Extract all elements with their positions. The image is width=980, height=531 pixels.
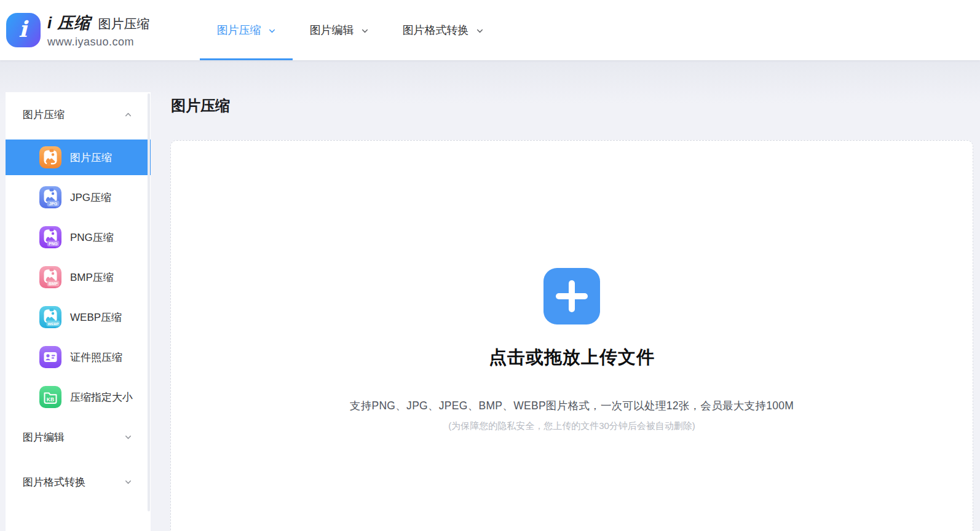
- icon-badge-text: KB: [47, 396, 54, 403]
- sidebar-section-image-compress[interactable]: 图片压缩: [6, 97, 151, 132]
- upload-hint: 支持PNG、JPG、JPEG、BMP、WEBP图片格式，一次可以处理12张，会员…: [350, 398, 794, 413]
- image-compress-icon: [39, 146, 61, 168]
- nav-item-label: 图片格式转换: [402, 23, 468, 37]
- upload-title: 点击或拖放上传文件: [489, 345, 655, 370]
- top-nav: 图片压缩 图片编辑 图片格式转换: [200, 0, 500, 60]
- page-title: 图片压缩: [171, 96, 230, 116]
- nav-item-label: 图片编辑: [309, 23, 354, 37]
- sidebar-item-label: 压缩指定大小: [70, 390, 133, 404]
- brand-text: i 压缩 图片压缩 www.iyasuo.com: [47, 12, 149, 49]
- sidebar-section-label: 图片格式转换: [23, 475, 85, 489]
- png-compress-icon: PNG: [39, 226, 61, 248]
- sidebar-item-id-photo-compress[interactable]: 证件照压缩: [6, 339, 151, 375]
- nav-item-format-convert[interactable]: 图片格式转换: [385, 0, 500, 60]
- nav-item-image-edit[interactable]: 图片编辑: [293, 0, 385, 60]
- sidebar-item-png-compress[interactable]: PNG PNG压缩: [6, 219, 151, 255]
- icon-badge-text: JPG: [49, 202, 58, 206]
- chevron-down-icon: [268, 27, 276, 35]
- brand-domain: www.iyasuo.com: [47, 36, 149, 49]
- sidebar-item-jpg-compress[interactable]: JPG JPG压缩: [6, 179, 151, 215]
- nav-item-label: 图片压缩: [216, 23, 261, 37]
- jpg-compress-icon: JPG: [39, 186, 61, 208]
- sidebar-scrollbar[interactable]: [148, 93, 150, 511]
- sidebar-item-compress-to-size[interactable]: KB 压缩指定大小: [6, 379, 151, 415]
- id-photo-icon: [39, 346, 61, 368]
- upload-plus-button[interactable]: [543, 268, 600, 324]
- chevron-down-icon: [124, 433, 132, 441]
- icon-badge-text: WEBP: [48, 322, 59, 326]
- chevron-down-icon: [361, 27, 369, 35]
- webp-compress-icon: WEBP: [39, 306, 61, 328]
- sidebar-item-label: PNG压缩: [70, 230, 114, 245]
- brand-logo-letter: i: [18, 18, 27, 40]
- chevron-up-icon: [124, 111, 132, 119]
- sidebar-item-webp-compress[interactable]: WEBP WEBP压缩: [6, 299, 151, 335]
- sidebar-item-label: 证件照压缩: [70, 350, 122, 364]
- sidebar-item-bmp-compress[interactable]: BMP BMP压缩: [6, 259, 151, 295]
- icon-badge-text: PNG: [49, 242, 58, 246]
- upload-dropzone[interactable]: 点击或拖放上传文件 支持PNG、JPG、JPEG、BMP、WEBP图片格式，一次…: [170, 140, 973, 531]
- sidebar-item-label: BMP压缩: [70, 270, 114, 285]
- sidebar-item-label: 图片压缩: [70, 151, 112, 165]
- sidebar-section-label: 图片编辑: [23, 430, 65, 444]
- chevron-down-icon: [124, 478, 132, 486]
- brand-suffix: 图片压缩: [98, 15, 149, 33]
- upload-privacy-note: (为保障您的隐私安全，您上传的文件30分钟后会被自动删除): [448, 420, 695, 432]
- header: i i 压缩 图片压缩 www.iyasuo.com 图片压缩 图片编辑 图片格…: [0, 0, 980, 60]
- icon-badge-text: BMP: [49, 281, 58, 286]
- bmp-compress-icon: BMP: [39, 266, 61, 288]
- sidebar-section-image-edit[interactable]: 图片编辑: [6, 420, 151, 454]
- brand-logo-icon: i: [6, 13, 41, 47]
- sidebar: 图片压缩: [6, 92, 151, 531]
- sidebar-item-list: 图片压缩 JPG JPG: [6, 140, 151, 415]
- sidebar-section-label: 图片压缩: [23, 108, 65, 122]
- brand-name: i 压缩: [47, 12, 90, 34]
- sidebar-section-format-convert[interactable]: 图片格式转换: [6, 465, 151, 499]
- kb-size-icon: KB: [39, 386, 61, 408]
- sidebar-item-label: JPG压缩: [70, 191, 111, 205]
- chevron-down-icon: [476, 27, 484, 35]
- nav-item-image-compress[interactable]: 图片压缩: [200, 0, 293, 60]
- sidebar-item-image-compress[interactable]: 图片压缩: [6, 140, 151, 175]
- sidebar-item-label: WEBP压缩: [70, 310, 122, 324]
- brand-logo-block[interactable]: i i 压缩 图片压缩 www.iyasuo.com: [6, 12, 149, 49]
- main-area: 图片压缩: [0, 60, 980, 531]
